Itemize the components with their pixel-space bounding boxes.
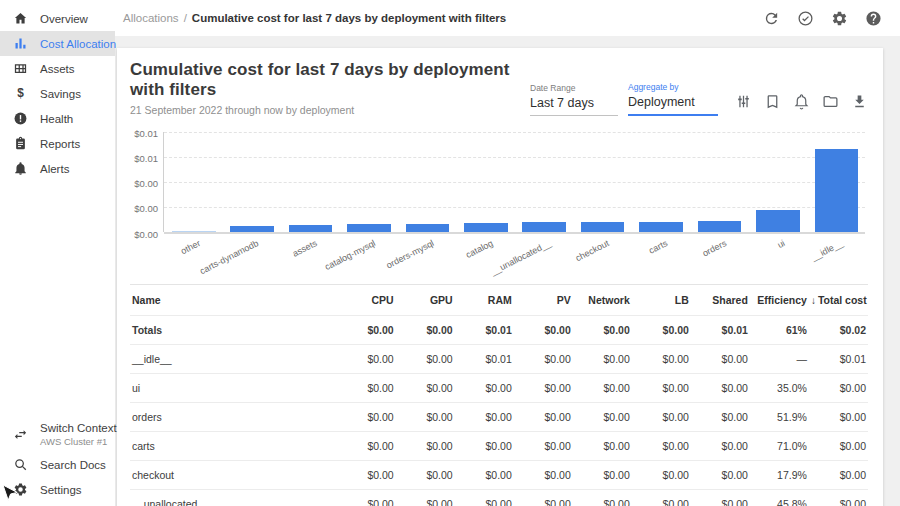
date-range-value[interactable]: Last 7 days: [530, 96, 618, 115]
bar-slot: __unallocated__: [521, 132, 568, 232]
cost-bar[interactable]: [347, 224, 391, 232]
sidebar-item-alerts[interactable]: Alerts: [0, 156, 115, 181]
x-axis-label: other: [179, 238, 202, 256]
cell-name: checkout: [130, 461, 337, 490]
cost-bar[interactable]: [406, 224, 450, 232]
cell-cpu: $0.00: [337, 316, 396, 345]
sidebar-item-savings[interactable]: $ Savings: [0, 81, 115, 106]
bar-slot: checkout: [579, 132, 626, 232]
column-header-total-cost[interactable]: ↓Total cost: [809, 285, 868, 316]
table-row[interactable]: __unallocated__ $0.00 $0.00 $0.00 $0.00 …: [130, 490, 868, 506]
x-axis-label: catalog: [464, 238, 494, 260]
cell-name: Totals: [130, 316, 337, 345]
cost-bar[interactable]: [172, 231, 216, 232]
switch-context-label: Switch Context: [40, 422, 117, 434]
title-block: Cumulative cost for last 7 days by deplo…: [130, 60, 530, 116]
cost-bar[interactable]: [522, 222, 566, 232]
aggregate-by-value[interactable]: Deployment: [628, 95, 718, 114]
column-header-name[interactable]: Name: [130, 285, 337, 316]
table-row[interactable]: carts $0.00 $0.00 $0.00 $0.00 $0.00 $0.0…: [130, 432, 868, 461]
cell-shared: $0.00: [691, 403, 750, 432]
reports-clipboard-icon: [13, 136, 28, 151]
cost-bar[interactable]: [464, 223, 508, 232]
home-icon: [13, 11, 28, 26]
topbar-actions: [762, 9, 882, 27]
column-header-network[interactable]: Network: [573, 285, 632, 316]
bell-icon[interactable]: [792, 92, 810, 110]
table-row[interactable]: ui $0.00 $0.00 $0.00 $0.00 $0.00 $0.00 $…: [130, 374, 868, 403]
sidebar-item-label: Reports: [40, 138, 80, 150]
sidebar-item-assets[interactable]: Assets: [0, 56, 115, 81]
cell-efficiency: 35.0%: [750, 374, 809, 403]
column-header-efficiency[interactable]: Efficiency: [750, 285, 809, 316]
bar-slot: other: [170, 132, 217, 232]
cell-name: orders: [130, 403, 337, 432]
refresh-icon[interactable]: [762, 9, 780, 27]
aggregate-by-select[interactable]: Aggregate by Deployment: [628, 82, 718, 116]
download-icon[interactable]: [850, 92, 868, 110]
filters-tune-icon[interactable]: [734, 92, 752, 110]
cell-efficiency: 45.8%: [750, 490, 809, 506]
bar-slot: assets: [287, 132, 334, 232]
cell-name: carts: [130, 432, 337, 461]
column-header-lb[interactable]: LB: [632, 285, 691, 316]
cost-bar[interactable]: [756, 210, 800, 232]
cell-lb: $0.00: [632, 316, 691, 345]
table-row[interactable]: orders $0.00 $0.00 $0.00 $0.00 $0.00 $0.…: [130, 403, 868, 432]
cell-lb: $0.00: [632, 461, 691, 490]
cell-name: ui: [130, 374, 337, 403]
x-axis-baseline: $0.00: [164, 232, 865, 234]
swap-horizontal-icon: [13, 427, 28, 442]
column-header-cpu[interactable]: CPU: [337, 285, 396, 316]
cell-gpu: $0.00: [396, 345, 455, 374]
search-docs-button[interactable]: Search Docs: [0, 452, 115, 477]
cell-total-cost: $0.02: [809, 316, 868, 345]
table-row[interactable]: Totals $0.00 $0.00 $0.01 $0.00 $0.00 $0.…: [130, 316, 868, 345]
x-axis-label: catalog-mysql: [323, 238, 377, 272]
date-range-select[interactable]: Date Range Last 7 days: [530, 83, 618, 116]
help-icon[interactable]: [864, 9, 882, 27]
cost-bar[interactable]: [815, 149, 859, 232]
sidebar-item-overview[interactable]: Overview: [0, 6, 115, 31]
cost-bar[interactable]: [230, 226, 274, 232]
table-row[interactable]: __idle__ $0.00 $0.00 $0.01 $0.00 $0.00 $…: [130, 345, 868, 374]
column-header-shared[interactable]: Shared: [691, 285, 750, 316]
cell-cpu: $0.00: [337, 403, 396, 432]
switch-context-button[interactable]: Switch Context AWS Cluster #1: [0, 417, 115, 452]
allocation-table: Name CPU GPU RAM PV Network LB Shared Ef…: [117, 270, 883, 506]
report-card: Cumulative cost for last 7 days by deplo…: [117, 48, 883, 506]
cell-gpu: $0.00: [396, 490, 455, 506]
sidebar-nav: Overview Cost Allocation Assets $ Saving…: [0, 0, 115, 181]
cell-network: $0.00: [573, 490, 632, 506]
sidebar-item-cost-allocation[interactable]: Cost Allocation: [0, 31, 115, 56]
breadcrumb-root-link[interactable]: Allocations: [123, 12, 179, 24]
column-header-gpu[interactable]: GPU: [396, 285, 455, 316]
table-row[interactable]: checkout $0.00 $0.00 $0.00 $0.00 $0.00 $…: [130, 461, 868, 490]
cell-pv: $0.00: [514, 461, 573, 490]
cell-shared: $0.00: [691, 461, 750, 490]
cell-network: $0.00: [573, 345, 632, 374]
settings-gear-icon[interactable]: [830, 9, 848, 27]
cell-lb: $0.00: [632, 490, 691, 506]
y-axis-tick: $0.00: [126, 178, 158, 189]
folder-icon[interactable]: [821, 92, 839, 110]
alerts-bell-icon: [13, 161, 28, 176]
cost-bar[interactable]: [581, 222, 625, 232]
x-axis-label: orders: [701, 238, 728, 258]
topbar: Allocations / Cumulative cost for last 7…: [115, 0, 900, 36]
column-header-pv[interactable]: PV: [514, 285, 573, 316]
check-circle-icon[interactable]: [796, 9, 814, 27]
cell-ram: $0.00: [455, 432, 514, 461]
cell-efficiency: 17.9%: [750, 461, 809, 490]
sidebar-item-health[interactable]: Health: [0, 106, 115, 131]
column-header-ram[interactable]: RAM: [455, 285, 514, 316]
sidebar-item-reports[interactable]: Reports: [0, 131, 115, 156]
bookmark-icon[interactable]: [763, 92, 781, 110]
cell-pv: $0.00: [514, 316, 573, 345]
cell-network: $0.00: [573, 461, 632, 490]
sidebar-item-label: Savings: [40, 88, 81, 100]
cost-bar[interactable]: [639, 222, 683, 232]
cost-bar[interactable]: [289, 225, 333, 232]
bar-chart-icon: [13, 36, 28, 51]
cost-bar[interactable]: [698, 221, 742, 232]
